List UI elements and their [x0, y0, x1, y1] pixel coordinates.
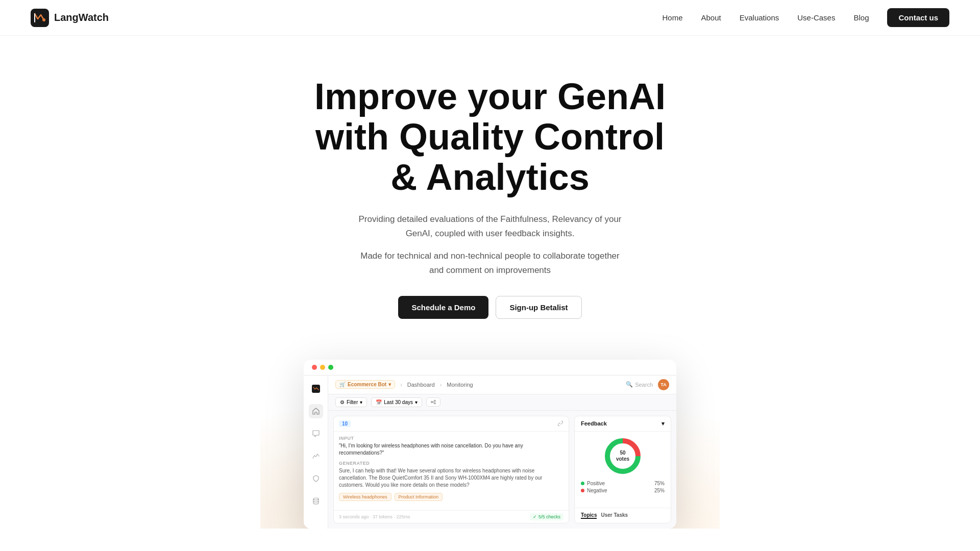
dashboard-window: 🛒 Ecommerce Bot ▾ › Dashboard › Monitori… — [304, 360, 676, 529]
maximize-dot — [328, 365, 333, 370]
feedback-chevron: ▾ — [662, 420, 665, 427]
hero-headline: Improve your GenAI with Quality Control … — [286, 77, 694, 198]
feedback-footer: Topics User Tasks — [575, 508, 671, 523]
signup-betalist-button[interactable]: Sign-up Betalist — [496, 296, 581, 319]
negative-label: Negative — [587, 488, 607, 493]
dash-inner: 🛒 Ecommerce Bot ▾ › Dashboard › Monitori… — [304, 375, 676, 529]
dash-main: 🛒 Ecommerce Bot ▾ › Dashboard › Monitori… — [328, 375, 676, 529]
svg-point-1 — [42, 18, 45, 21]
negative-pct: 25% — [654, 488, 665, 493]
logo-text: LangWatch — [54, 12, 109, 23]
conv-tags: Wireless headphones Product Information — [339, 493, 564, 501]
tab-user-tasks[interactable]: User Tasks — [601, 512, 628, 519]
svg-point-6 — [434, 403, 436, 405]
donut-center-label: 50 votes — [612, 450, 633, 462]
sidebar-logo-icon — [309, 382, 323, 396]
hero-subtext2: Made for technical and non-technical peo… — [357, 249, 623, 278]
window-dots — [312, 365, 333, 370]
feedback-body: 50 votes Positive 75% — [575, 432, 671, 508]
positive-label: Positive — [587, 481, 605, 486]
topbar-right: 🔍 Search TA — [626, 379, 669, 390]
nav-about[interactable]: About — [701, 13, 721, 22]
tag-product: Product Information — [395, 493, 443, 501]
filter-button[interactable]: ⚙ Filter ▾ — [335, 397, 367, 407]
nav-home[interactable]: Home — [662, 13, 682, 22]
breadcrumb-section2: Monitoring — [447, 382, 473, 388]
conv-badge: 10 — [339, 420, 351, 427]
sidebar-home-icon[interactable] — [309, 404, 323, 418]
negative-dot — [581, 489, 584, 492]
breadcrumb-sep2: › — [440, 382, 442, 388]
expand-icon[interactable] — [557, 420, 564, 427]
svg-point-5 — [431, 402, 433, 403]
generated-label: GENERATED — [339, 461, 564, 466]
breadcrumb-sep1: › — [400, 382, 402, 388]
dash-content: 10 INPUT "Hi, I'm looking for wireless h… — [328, 411, 676, 529]
conv-body: INPUT "Hi, I'm looking for wireless head… — [334, 432, 569, 510]
conversation-card: 10 INPUT "Hi, I'm looking for wireless h… — [333, 416, 569, 523]
input-label: INPUT — [339, 436, 564, 441]
schedule-demo-button[interactable]: Schedule a Demo — [398, 296, 488, 319]
conv-header: 10 — [334, 416, 569, 432]
headline-line1: Improve your GenAI — [314, 76, 666, 117]
ecommerce-badge[interactable]: 🛒 Ecommerce Bot ▾ — [335, 380, 395, 389]
sidebar-analytics-icon[interactable] — [309, 449, 323, 463]
legend-positive: Positive 75% — [581, 481, 665, 486]
nav-evaluations[interactable]: Evaluations — [740, 13, 779, 22]
window-chrome — [304, 360, 676, 375]
headline-line3: & Analytics — [390, 157, 589, 197]
feedback-title: Feedback — [581, 420, 607, 427]
checks-badge: ✓ 5/5 checks — [530, 513, 564, 520]
conv-meta: 3 seconds ago · 37 tokens · 225ms — [339, 514, 410, 519]
navbar: LangWatch Home About Evaluations Use-Cas… — [0, 0, 980, 36]
headline-line2: with Quality Control — [315, 116, 665, 157]
breadcrumb-section1: Dashboard — [407, 382, 435, 388]
feedback-header: Feedback ▾ — [575, 416, 671, 432]
date-range-button[interactable]: 📅 Last 30 days ▾ — [371, 397, 422, 407]
svg-point-3 — [313, 498, 318, 500]
feedback-legend: Positive 75% Negative 25% — [581, 481, 665, 495]
share-button[interactable] — [426, 397, 440, 407]
conv-footer: 3 seconds ago · 37 tokens · 225ms ✓ 5/5 … — [334, 510, 569, 523]
svg-rect-2 — [312, 385, 320, 393]
tab-topics[interactable]: Topics — [581, 512, 597, 519]
positive-pct: 75% — [654, 481, 665, 486]
minimize-dot — [320, 365, 325, 370]
sidebar-chat-icon[interactable] — [309, 427, 323, 441]
dash-toolbar: ⚙ Filter ▾ 📅 Last 30 days ▾ — [328, 394, 676, 411]
hero-section: Improve your GenAI with Quality Control … — [0, 36, 980, 339]
tag-wireless: Wireless headphones — [339, 493, 391, 501]
hero-cta: Schedule a Demo Sign-up Betalist — [10, 296, 970, 319]
nav-links: Home About Evaluations Use-Cases Blog Co… — [662, 8, 949, 27]
input-text: "Hi, I'm looking for wireless headphones… — [339, 442, 564, 457]
search-area[interactable]: 🔍 Search — [626, 381, 653, 388]
feedback-panel: Feedback ▾ — [574, 416, 671, 523]
close-dot — [312, 365, 317, 370]
dash-topbar: 🛒 Ecommerce Bot ▾ › Dashboard › Monitori… — [328, 375, 676, 394]
logo-icon — [31, 9, 49, 27]
svg-point-4 — [434, 400, 436, 402]
user-avatar: TA — [658, 379, 669, 390]
contact-button[interactable]: Contact us — [887, 8, 949, 27]
nav-use-cases[interactable]: Use-Cases — [797, 13, 835, 22]
sidebar-database-icon[interactable] — [309, 494, 323, 508]
legend-negative: Negative 25% — [581, 488, 665, 493]
positive-dot — [581, 482, 584, 485]
nav-blog[interactable]: Blog — [853, 13, 869, 22]
logo[interactable]: LangWatch — [31, 9, 109, 27]
generated-text: Sure, I can help with that! We have seve… — [339, 467, 564, 489]
hero-subtext1: Providing detailed evaluations of the Fa… — [357, 212, 623, 241]
sidebar-shield-icon[interactable] — [309, 471, 323, 486]
donut-chart: 50 votes — [602, 436, 643, 477]
dashboard-preview: 🛒 Ecommerce Bot ▾ › Dashboard › Monitori… — [0, 339, 980, 529]
dash-sidebar — [304, 375, 328, 529]
svg-rect-0 — [31, 9, 49, 27]
